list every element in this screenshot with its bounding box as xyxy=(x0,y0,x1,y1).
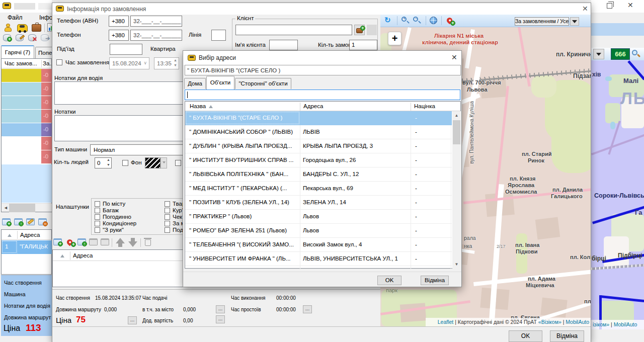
db-move-icon[interactable]: ➜ xyxy=(41,34,49,41)
addr-row[interactable]: " ТЕЛЕБАЧЕННЯ "( ВИСОКИЙ ЗАМО... Високий… xyxy=(185,238,452,252)
addr-add-icon[interactable]: + xyxy=(2,218,11,225)
option-checkbox[interactable] xyxy=(95,227,100,233)
client-add-button[interactable]: + xyxy=(354,25,365,35)
phone-input[interactable]: 32-___-__-______ xyxy=(130,30,182,41)
client-name-input[interactable] xyxy=(269,40,298,50)
order-row[interactable] xyxy=(2,69,41,82)
order-row-cell[interactable]: -0 xyxy=(41,69,52,82)
order-row-cell[interactable]: -0 xyxy=(41,82,52,96)
addr-cancel-button[interactable]: Відміна xyxy=(421,276,449,285)
addr-row-selected[interactable]: " БУХТА-ВІКІНГІВ "(СТАРЕ СЕЛО ) - xyxy=(185,111,452,125)
price-more-button[interactable]: ... xyxy=(128,316,137,324)
phone-code[interactable]: +380 xyxy=(109,30,129,41)
order-row-cell[interactable]: -0 xyxy=(41,137,52,150)
idle-more-button[interactable]: ... xyxy=(303,305,312,313)
addr-col-fee[interactable]: Націнка xyxy=(414,103,435,109)
order-row[interactable] xyxy=(2,96,41,109)
ok-button[interactable]: OK xyxy=(509,330,542,342)
dlg-sort-asc-icon[interactable] xyxy=(60,254,64,258)
map-filter-dropdown[interactable] xyxy=(570,17,579,26)
addr-row[interactable]: " ДОМІНІКАНСЬКИЙ СОБОР " (ЛЬВІВ) ЛЬВІВ - xyxy=(185,125,452,139)
db-delete-icon[interactable]: ✕ xyxy=(28,34,36,41)
option-checkbox[interactable] xyxy=(165,201,170,207)
order-row[interactable] xyxy=(2,110,41,123)
order-row[interactable] xyxy=(2,137,41,150)
vizikom-link[interactable]: «Візіком» xyxy=(538,319,561,325)
leaflet-link[interactable]: Leaflet xyxy=(438,319,454,325)
addr-ok-button[interactable]: OK xyxy=(377,276,401,285)
line-input[interactable] xyxy=(211,30,226,41)
db-add-icon[interactable]: + xyxy=(3,34,11,41)
user-icon[interactable] xyxy=(4,23,13,32)
order-count-input[interactable]: 1 xyxy=(349,40,377,50)
addr-row[interactable]: " ПОЗИТИВ " КЛУБ (ЗЕЛЕНА УЛ., 14) ЗЕЛЕНА… xyxy=(185,196,452,210)
order-row[interactable] xyxy=(2,82,41,96)
order-row-cell[interactable]: -0 xyxy=(41,150,52,163)
bg-checkbox[interactable] xyxy=(122,160,128,166)
briefcase-icon[interactable] xyxy=(32,24,41,32)
orders-col-time[interactable]: Час замов... xyxy=(5,60,40,66)
addr-remove-icon[interactable]: − xyxy=(38,218,47,225)
dlg-addr-insert-icon[interactable]: ↑ xyxy=(77,238,86,245)
addr-dialog-close-icon[interactable]: ✕ xyxy=(451,53,457,61)
addr-row[interactable]: " ИНСТИТУТ ВНУТРИШНИХ СПРАВ ... Городоць… xyxy=(185,153,452,167)
addr-row[interactable]: " РОМЕО" БАР ЗЕЛЕНА 251 (Львов) Львов - xyxy=(185,224,452,238)
client-input[interactable] xyxy=(235,25,352,35)
option-checkbox[interactable] xyxy=(95,221,100,226)
sort-asc-icon[interactable] xyxy=(8,234,12,237)
order-time-spinner[interactable]: 13:35 ▲ ▼ xyxy=(154,57,179,69)
addr-edit-icon[interactable] xyxy=(26,218,35,225)
extra-checkbox[interactable] xyxy=(175,160,181,166)
tab-pre[interactable]: Попер xyxy=(35,47,52,58)
report-icon[interactable] xyxy=(47,23,52,32)
extra-more-button[interactable]: ... xyxy=(216,315,225,323)
dlg-address-col[interactable]: Адреса xyxy=(73,252,93,259)
menu-file[interactable]: Файл xyxy=(8,14,23,21)
map-filter-select[interactable]: За замовленням / Усе xyxy=(515,17,569,26)
option-checkbox[interactable] xyxy=(95,214,100,220)
dropdown-button[interactable] xyxy=(593,49,604,59)
dlg-addr-add-icon[interactable]: + xyxy=(53,238,62,245)
people-spinner[interactable]: 0 ▲ ▼ xyxy=(95,157,112,168)
addr-insert-icon[interactable]: ↑ xyxy=(14,218,23,225)
order-date-select[interactable]: 15.08.2024 ∨ xyxy=(109,57,149,69)
orders-col-za[interactable]: За... xyxy=(43,60,52,66)
addr-tab-objects[interactable]: Об'єкти xyxy=(206,76,234,90)
addr-row[interactable]: " МЕД ІНСТИТУТ " (ПЕКАРСЬКА) (... Пекарс… xyxy=(185,182,452,196)
map-zoom-in-icon[interactable]: + xyxy=(401,17,410,25)
option-checkbox[interactable] xyxy=(165,214,170,220)
taxi-icon[interactable] xyxy=(17,24,28,32)
phone-avn-input[interactable]: 32-___-__-______ xyxy=(130,16,182,27)
restore-icon[interactable] xyxy=(607,3,612,9)
order-time-checkbox[interactable] xyxy=(56,59,62,65)
search-car-icon[interactable] xyxy=(631,49,640,58)
map-globe-icon[interactable] xyxy=(430,17,437,24)
option-checkbox[interactable] xyxy=(95,201,100,207)
orders-hscrollbar[interactable]: ◄ xyxy=(2,203,52,212)
map-plus-button[interactable]: + xyxy=(388,32,401,45)
city-more-button[interactable]: ... xyxy=(216,305,225,313)
left-address-col[interactable]: Адреса xyxy=(20,232,40,238)
order-row[interactable] xyxy=(2,150,41,163)
addr-table-scrollbar[interactable]: ▲ ▼ xyxy=(452,111,461,269)
addr-row[interactable]: " ЛЬВІВСЬКА ПОЛІТЕХНІКА " (БАН... БАНДЕР… xyxy=(185,167,452,182)
addr-tab-doma[interactable]: Дома xyxy=(184,78,206,89)
addr-row[interactable]: " ПРАКТИКЕР " (Львов) Львов - xyxy=(185,210,452,224)
addr-tab-external[interactable]: "Сторонні" об'єкти xyxy=(235,78,291,89)
order-row-cell[interactable]: -0 xyxy=(41,110,52,123)
car-number-badge[interactable]: 666 xyxy=(611,48,630,60)
bg-pattern-dropdown[interactable] xyxy=(160,157,167,168)
addr-row[interactable]: " ДУБЛИН " (КРЫВА ЛЫПА ПРОЕЗД... КРЫВА Л… xyxy=(185,139,452,153)
option-checkbox[interactable] xyxy=(95,208,100,213)
option-checkbox[interactable] xyxy=(165,221,170,226)
addr-col-addr[interactable]: Адреса xyxy=(303,103,323,109)
bg-pattern-swatch[interactable] xyxy=(145,157,160,168)
mobilauto-link[interactable]: MobilAuto xyxy=(566,319,589,325)
addr-search-input[interactable] xyxy=(185,90,460,100)
db-edit-icon[interactable] xyxy=(16,34,24,41)
tab-hot[interactable]: Гарячі (7) xyxy=(1,45,34,58)
map-zoom-out-icon[interactable]: − xyxy=(413,17,421,25)
addr-col-name[interactable]: Назва xyxy=(190,103,206,109)
menu-info[interactable]: Інфо xyxy=(39,14,52,21)
option-checkbox[interactable] xyxy=(165,227,170,233)
